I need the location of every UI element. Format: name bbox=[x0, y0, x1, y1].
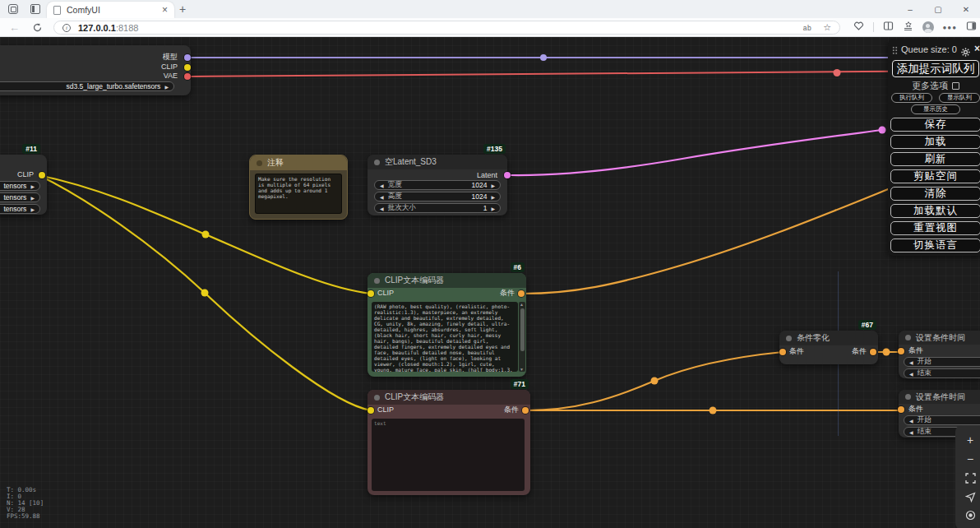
extra-options-checkbox[interactable] bbox=[952, 82, 959, 90]
start-widget[interactable]: ◀ 开始 bbox=[904, 415, 980, 425]
ckpt-name-widget[interactable]: sd3.5_large_turbo.safetensors▶ bbox=[0, 81, 174, 91]
collapse-dot-icon[interactable] bbox=[374, 395, 380, 401]
combo-right-icon[interactable]: ▶ bbox=[30, 195, 35, 201]
combo-right-icon[interactable]: ▶ bbox=[491, 206, 495, 211]
link-dot-vae[interactable] bbox=[834, 69, 841, 76]
combo-left-icon[interactable]: ◀ bbox=[380, 206, 384, 211]
url-field[interactable]: i 127.0.0.1 :8188 ab ☆ bbox=[53, 21, 840, 35]
combo-right-icon[interactable]: ▶ bbox=[491, 194, 495, 200]
link-dot-clip-2[interactable] bbox=[201, 289, 209, 297]
refresh-icon[interactable] bbox=[32, 21, 43, 36]
clipspace-button[interactable]: 剪贴空间 bbox=[890, 169, 980, 183]
combo-left-icon[interactable]: ◀ bbox=[909, 429, 913, 435]
comfyui-canvas[interactable]: 模型 CLIP VAE sd3.5_large_turbo.safetensor… bbox=[0, 37, 980, 528]
note-title-bar[interactable]: 注释 bbox=[250, 155, 347, 170]
output-cond-dot[interactable] bbox=[870, 349, 876, 355]
collapse-dot-icon[interactable] bbox=[905, 335, 911, 340]
node-title-bar[interactable]: CLIP文本编码器 bbox=[368, 273, 526, 288]
start-widget[interactable]: ◀ 开始 bbox=[904, 357, 980, 367]
workspaces-icon[interactable] bbox=[8, 4, 18, 14]
maximize-button[interactable]: ▢ bbox=[924, 0, 952, 18]
node-checkpoint-loader[interactable]: 模型 CLIP VAE sd3.5_large_turbo.safetensor… bbox=[0, 45, 191, 95]
input-cond-dot[interactable] bbox=[898, 348, 904, 354]
link-dot-cond-3[interactable] bbox=[883, 349, 890, 356]
combo-right-icon[interactable]: ▶ bbox=[30, 183, 35, 189]
back-icon[interactable]: ← bbox=[9, 21, 20, 34]
refresh-button[interactable]: 刷新 bbox=[890, 152, 980, 166]
queue-prompt-button[interactable]: 添加提示词队列 bbox=[892, 60, 979, 77]
combo-right-icon[interactable]: ▶ bbox=[491, 183, 495, 188]
tab-actions-icon[interactable] bbox=[30, 4, 40, 14]
browser-essentials-icon[interactable] bbox=[853, 20, 864, 35]
menu-close-icon[interactable]: × bbox=[974, 43, 980, 54]
node-clip-loader[interactable]: #11 CLIP tensors▶ tensors▶ tensors▶ bbox=[0, 155, 47, 215]
output-model-dot[interactable] bbox=[184, 54, 191, 61]
combo-left-icon[interactable]: ◀ bbox=[380, 194, 384, 200]
collapse-dot-icon[interactable] bbox=[374, 278, 380, 284]
switch-locale-button[interactable]: 切换语言 bbox=[890, 239, 980, 252]
input-cond-dot[interactable] bbox=[779, 349, 786, 355]
output-cond-dot[interactable] bbox=[518, 290, 525, 297]
select-mode-button[interactable] bbox=[965, 492, 976, 503]
browser-tab[interactable]: ComfyUI × bbox=[47, 2, 174, 18]
width-widget[interactable]: ◀ 宽度 1024▶ bbox=[374, 180, 501, 190]
textarea-scrollbar[interactable]: ▲ ▼ bbox=[519, 302, 525, 372]
output-clip-dot[interactable] bbox=[39, 172, 45, 178]
node-title-bar[interactable]: 空Latent_SD3 bbox=[368, 155, 507, 169]
clip-name-widget-2[interactable]: tensors▶ bbox=[0, 192, 40, 202]
node-title-bar[interactable]: 条件零化 bbox=[779, 331, 878, 345]
node-empty-latent[interactable]: #135 空Latent_SD3 Latent ◀ 宽度 1024▶ ◀ 高度 … bbox=[368, 155, 507, 215]
link-dot-cond-1[interactable] bbox=[651, 377, 659, 385]
settings-menu-icon[interactable]: ●●● bbox=[943, 24, 958, 31]
read-aloud-icon[interactable]: ab bbox=[803, 24, 811, 32]
node-title-bar[interactable]: CLIP文本编码器 bbox=[368, 390, 530, 405]
output-latent-dot[interactable] bbox=[504, 172, 511, 178]
reset-view-button[interactable]: 重置视图 bbox=[890, 221, 980, 235]
link-dot-clip-1[interactable] bbox=[202, 231, 210, 239]
scroll-thumb[interactable] bbox=[520, 308, 525, 351]
output-cond-dot[interactable] bbox=[522, 407, 529, 414]
view-history-button[interactable]: 显示历史 bbox=[911, 104, 960, 114]
toggle-links-button[interactable] bbox=[965, 510, 976, 521]
collapse-dot-icon[interactable] bbox=[374, 160, 380, 165]
save-button[interactable]: 保存 bbox=[890, 118, 980, 132]
prompt-textarea[interactable]: (RAW photo, best quality), (realistic, p… bbox=[372, 302, 518, 372]
menu-drag-handle[interactable] bbox=[892, 46, 898, 55]
note-text[interactable]: Make sure the resolution is multiple of … bbox=[255, 174, 342, 214]
zoom-in-button[interactable]: + bbox=[967, 434, 973, 446]
tab-close-icon[interactable]: × bbox=[162, 4, 168, 16]
node-clip-encode-negative[interactable]: #71 CLIP文本编码器 CLIP 条件 text bbox=[368, 390, 530, 495]
prompt-textarea[interactable]: text bbox=[372, 419, 525, 491]
collapse-dot-icon[interactable] bbox=[257, 160, 262, 166]
new-tab-button[interactable]: + bbox=[179, 2, 186, 16]
link-dot-model[interactable] bbox=[540, 54, 547, 61]
node-title-bar[interactable]: 设置条件时间 bbox=[899, 390, 980, 404]
input-clip-dot[interactable] bbox=[368, 407, 374, 414]
combo-left-icon[interactable]: ◀ bbox=[909, 418, 913, 424]
clip-name-widget-3[interactable]: tensors▶ bbox=[0, 204, 40, 214]
node-clip-encode-positive[interactable]: #6 CLIP文本编码器 CLIP 条件 (RAW photo, best qu… bbox=[368, 273, 526, 377]
load-default-button[interactable]: 加载默认 bbox=[890, 204, 980, 218]
profile-avatar[interactable] bbox=[922, 21, 934, 33]
link-dot-latent[interactable] bbox=[879, 127, 886, 134]
sidebar-toggle-icon[interactable] bbox=[966, 20, 977, 35]
link-dot-cond-2[interactable] bbox=[710, 407, 717, 415]
node-conditioning-zero-out[interactable]: #67 条件零化 条件 条件 bbox=[779, 331, 878, 364]
node-note[interactable]: 注释 Make sure the resolution is multiple … bbox=[249, 155, 348, 220]
clip-name-widget-1[interactable]: tensors▶ bbox=[0, 181, 40, 191]
zoom-out-button[interactable]: − bbox=[967, 453, 973, 465]
collapse-dot-icon[interactable] bbox=[905, 394, 911, 400]
settings-gear-icon[interactable] bbox=[961, 45, 970, 60]
close-button[interactable]: ✕ bbox=[952, 0, 980, 18]
combo-right-icon[interactable]: ▶ bbox=[30, 206, 35, 212]
input-clip-dot[interactable] bbox=[368, 290, 374, 297]
combo-right-icon[interactable]: ▶ bbox=[164, 84, 169, 90]
end-widget[interactable]: ◀ 结束 bbox=[904, 368, 980, 378]
collections-icon[interactable] bbox=[903, 20, 913, 35]
queue-front-button[interactable]: 执行队列 bbox=[891, 93, 932, 103]
node-set-cond-timestep-1[interactable]: 设置条件时间 条件 ◀ 开始 ◀ 结束 bbox=[899, 331, 980, 378]
site-info-icon[interactable]: i bbox=[62, 24, 71, 32]
clear-button[interactable]: 清除 bbox=[890, 187, 980, 201]
scroll-down-icon[interactable]: ▼ bbox=[520, 367, 524, 372]
combo-left-icon[interactable]: ◀ bbox=[909, 371, 913, 377]
